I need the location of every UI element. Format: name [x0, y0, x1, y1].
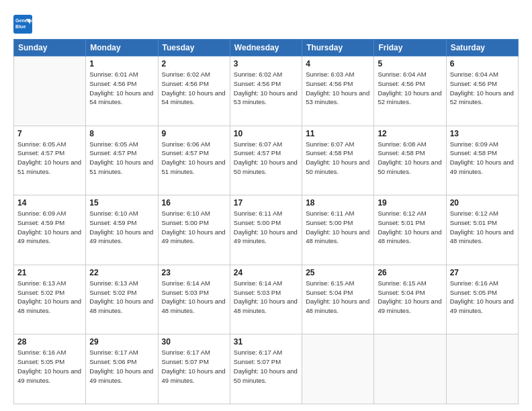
day-number: 6	[450, 59, 515, 68]
day-number: 4	[306, 59, 370, 68]
day-info: Sunrise: 6:12 AM Sunset: 5:01 PM Dayligh…	[378, 209, 442, 246]
day-info: Sunrise: 6:09 AM Sunset: 4:58 PM Dayligh…	[450, 140, 515, 177]
day-info: Sunrise: 6:05 AM Sunset: 4:57 PM Dayligh…	[17, 140, 82, 177]
week-row-3: 14Sunrise: 6:09 AM Sunset: 4:59 PM Dayli…	[14, 195, 519, 265]
day-info: Sunrise: 6:07 AM Sunset: 4:58 PM Dayligh…	[306, 140, 370, 177]
day-info: Sunrise: 6:04 AM Sunset: 4:56 PM Dayligh…	[450, 70, 515, 107]
calendar-cell	[446, 334, 518, 404]
day-info: Sunrise: 6:17 AM Sunset: 5:07 PM Dayligh…	[234, 348, 298, 385]
day-number: 3	[234, 59, 298, 68]
day-number: 23	[162, 268, 226, 277]
calendar-cell: 9Sunrise: 6:06 AM Sunset: 4:57 PM Daylig…	[158, 126, 230, 195]
day-info: Sunrise: 6:05 AM Sunset: 4:57 PM Dayligh…	[89, 140, 154, 177]
day-info: Sunrise: 6:06 AM Sunset: 4:57 PM Dayligh…	[162, 140, 226, 177]
day-number: 31	[234, 337, 298, 347]
page: General Blue SundayMondayTuesdayWednesda…	[0, 0, 532, 411]
day-info: Sunrise: 6:07 AM Sunset: 4:57 PM Dayligh…	[234, 140, 298, 177]
day-info: Sunrise: 6:17 AM Sunset: 5:06 PM Dayligh…	[89, 348, 154, 385]
calendar-cell: 28Sunrise: 6:16 AM Sunset: 5:05 PM Dayli…	[14, 334, 86, 404]
day-number: 25	[306, 268, 370, 277]
calendar-cell: 30Sunrise: 6:17 AM Sunset: 5:07 PM Dayli…	[158, 334, 230, 404]
day-number: 14	[17, 198, 82, 208]
calendar-cell: 20Sunrise: 6:12 AM Sunset: 5:01 PM Dayli…	[446, 195, 518, 265]
calendar-cell	[374, 334, 446, 404]
day-info: Sunrise: 6:17 AM Sunset: 5:07 PM Dayligh…	[162, 348, 226, 385]
calendar-cell: 16Sunrise: 6:10 AM Sunset: 5:00 PM Dayli…	[158, 195, 230, 265]
calendar-cell: 14Sunrise: 6:09 AM Sunset: 4:59 PM Dayli…	[14, 195, 86, 265]
weekday-monday: Monday	[86, 40, 158, 56]
day-info: Sunrise: 6:08 AM Sunset: 4:58 PM Dayligh…	[378, 140, 442, 177]
day-info: Sunrise: 6:16 AM Sunset: 5:05 PM Dayligh…	[450, 279, 515, 316]
day-number: 20	[450, 198, 515, 208]
weekday-header-row: SundayMondayTuesdayWednesdayThursdayFrid…	[14, 40, 519, 56]
calendar-cell: 24Sunrise: 6:14 AM Sunset: 5:03 PM Dayli…	[230, 265, 302, 334]
weekday-tuesday: Tuesday	[158, 40, 230, 56]
day-info: Sunrise: 6:12 AM Sunset: 5:01 PM Dayligh…	[450, 209, 515, 246]
weekday-wednesday: Wednesday	[230, 40, 302, 56]
calendar-cell	[14, 56, 86, 126]
day-info: Sunrise: 6:11 AM Sunset: 5:00 PM Dayligh…	[234, 209, 298, 246]
week-row-2: 7Sunrise: 6:05 AM Sunset: 4:57 PM Daylig…	[14, 126, 519, 195]
day-number: 7	[17, 129, 82, 138]
weekday-sunday: Sunday	[14, 40, 86, 56]
calendar-cell: 8Sunrise: 6:05 AM Sunset: 4:57 PM Daylig…	[86, 126, 158, 195]
day-number: 24	[234, 268, 298, 277]
calendar-cell: 1Sunrise: 6:01 AM Sunset: 4:56 PM Daylig…	[86, 56, 158, 126]
day-info: Sunrise: 6:14 AM Sunset: 5:03 PM Dayligh…	[162, 279, 226, 316]
day-number: 28	[17, 337, 82, 347]
day-number: 12	[378, 129, 442, 138]
logo: General Blue	[13, 15, 35, 34]
week-row-4: 21Sunrise: 6:13 AM Sunset: 5:02 PM Dayli…	[14, 265, 519, 334]
day-info: Sunrise: 6:01 AM Sunset: 4:56 PM Dayligh…	[89, 70, 154, 107]
day-info: Sunrise: 6:02 AM Sunset: 4:56 PM Dayligh…	[162, 70, 226, 107]
calendar-cell: 7Sunrise: 6:05 AM Sunset: 4:57 PM Daylig…	[14, 126, 86, 195]
week-row-1: 1Sunrise: 6:01 AM Sunset: 4:56 PM Daylig…	[14, 56, 519, 126]
day-number: 9	[162, 129, 226, 138]
day-info: Sunrise: 6:11 AM Sunset: 5:00 PM Dayligh…	[306, 209, 370, 246]
calendar-cell: 11Sunrise: 6:07 AM Sunset: 4:58 PM Dayli…	[302, 126, 374, 195]
day-number: 15	[89, 198, 154, 208]
day-info: Sunrise: 6:09 AM Sunset: 4:59 PM Dayligh…	[17, 209, 82, 246]
day-number: 13	[450, 129, 515, 138]
day-number: 29	[89, 337, 154, 347]
day-number: 26	[378, 268, 442, 277]
calendar-cell: 15Sunrise: 6:10 AM Sunset: 4:59 PM Dayli…	[86, 195, 158, 265]
calendar-cell: 2Sunrise: 6:02 AM Sunset: 4:56 PM Daylig…	[158, 56, 230, 126]
day-info: Sunrise: 6:15 AM Sunset: 5:04 PM Dayligh…	[306, 279, 370, 316]
calendar-cell: 23Sunrise: 6:14 AM Sunset: 5:03 PM Dayli…	[158, 265, 230, 334]
day-info: Sunrise: 6:15 AM Sunset: 5:04 PM Dayligh…	[378, 279, 442, 316]
day-number: 21	[17, 268, 82, 277]
week-row-5: 28Sunrise: 6:16 AM Sunset: 5:05 PM Dayli…	[14, 334, 519, 404]
header: General Blue	[13, 12, 519, 34]
day-info: Sunrise: 6:10 AM Sunset: 5:00 PM Dayligh…	[162, 209, 226, 246]
day-info: Sunrise: 6:04 AM Sunset: 4:56 PM Dayligh…	[378, 70, 442, 107]
calendar-cell: 3Sunrise: 6:02 AM Sunset: 4:56 PM Daylig…	[230, 56, 302, 126]
calendar-cell: 26Sunrise: 6:15 AM Sunset: 5:04 PM Dayli…	[374, 265, 446, 334]
calendar-cell: 13Sunrise: 6:09 AM Sunset: 4:58 PM Dayli…	[446, 126, 518, 195]
calendar-cell: 4Sunrise: 6:03 AM Sunset: 4:56 PM Daylig…	[302, 56, 374, 126]
day-info: Sunrise: 6:10 AM Sunset: 4:59 PM Dayligh…	[89, 209, 154, 246]
calendar-cell: 10Sunrise: 6:07 AM Sunset: 4:57 PM Dayli…	[230, 126, 302, 195]
day-number: 2	[162, 59, 226, 68]
calendar-cell: 25Sunrise: 6:15 AM Sunset: 5:04 PM Dayli…	[302, 265, 374, 334]
calendar-cell: 29Sunrise: 6:17 AM Sunset: 5:06 PM Dayli…	[86, 334, 158, 404]
day-number: 27	[450, 268, 515, 277]
calendar-cell: 22Sunrise: 6:13 AM Sunset: 5:02 PM Dayli…	[86, 265, 158, 334]
logo-icon: General Blue	[13, 15, 32, 34]
day-number: 8	[89, 129, 154, 138]
calendar-cell: 19Sunrise: 6:12 AM Sunset: 5:01 PM Dayli…	[374, 195, 446, 265]
day-info: Sunrise: 6:13 AM Sunset: 5:02 PM Dayligh…	[17, 279, 82, 316]
day-number: 19	[378, 198, 442, 208]
day-number: 17	[234, 198, 298, 208]
calendar-cell: 6Sunrise: 6:04 AM Sunset: 4:56 PM Daylig…	[446, 56, 518, 126]
calendar: SundayMondayTuesdayWednesdayThursdayFrid…	[13, 39, 519, 404]
calendar-cell	[302, 334, 374, 404]
day-number: 16	[162, 198, 226, 208]
weekday-saturday: Saturday	[446, 40, 518, 56]
calendar-cell: 12Sunrise: 6:08 AM Sunset: 4:58 PM Dayli…	[374, 126, 446, 195]
day-info: Sunrise: 6:02 AM Sunset: 4:56 PM Dayligh…	[234, 70, 298, 107]
day-number: 22	[89, 268, 154, 277]
day-number: 30	[162, 337, 226, 347]
calendar-cell: 18Sunrise: 6:11 AM Sunset: 5:00 PM Dayli…	[302, 195, 374, 265]
day-info: Sunrise: 6:13 AM Sunset: 5:02 PM Dayligh…	[89, 279, 154, 316]
